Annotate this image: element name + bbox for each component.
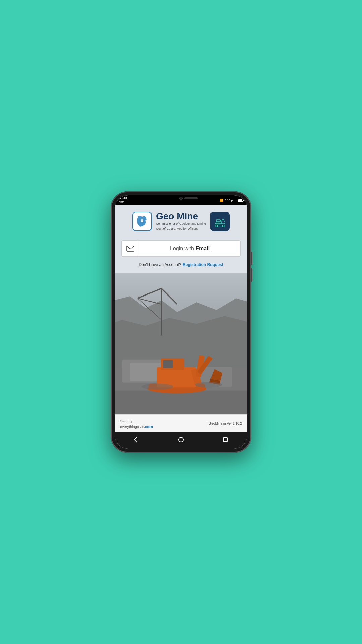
app-subtitle-line1: Commissioner of Geology and Mining [156,222,206,226]
email-icon [126,246,134,252]
everythingcivic-logo: Powered by everythingcivic.com [120,417,153,429]
app-title: Geo Mine [156,212,206,221]
navigation-bar [115,432,247,449]
carrier-info: Jio 4G airtel [119,197,127,204]
home-icon [178,437,184,442]
carrier-primary: Jio 4G [119,197,127,200]
recents-button[interactable] [220,435,230,445]
login-email-button[interactable]: Login with Email [121,240,241,257]
app-subtitle-line2: Govt.of Gujarat App for Officers [156,227,206,231]
mining-scene-svg [115,273,247,414]
version-text: GeoMine.in Ver 1.10.2 [208,422,242,425]
svg-line-5 [220,219,223,221]
svg-rect-2 [215,223,225,226]
powered-by-text: Powered by [120,420,132,422]
registration-request-link[interactable]: Registration Request [183,262,223,267]
home-button[interactable] [176,435,186,445]
brand-name: everythingcivic [120,425,144,429]
login-button-text: Login with Email [139,241,240,256]
login-button-strong: Email [195,246,210,251]
email-icon-box [122,241,139,256]
footer-bar: Powered by everythingcivic.com GeoMine.i… [115,414,247,432]
svg-line-6 [223,219,225,222]
phone-screen: Jio 4G airtel 📶 5:10 p.m. [115,195,247,449]
camera [179,197,183,200]
side-button-2 [251,268,252,282]
mining-scene-image [115,273,247,414]
app-title-block: Geo Mine Commissioner of Geology and Min… [156,212,206,231]
status-icons: 📶 5:10 p.m. [220,199,243,202]
registration-section: Don't have an Account? Registration Requ… [115,259,247,273]
gujarat-map-icon [135,215,149,228]
powered-by-section: Powered by everythingcivic.com [120,417,153,429]
side-button-1 [251,252,252,265]
back-button[interactable] [132,435,142,445]
back-icon [134,437,140,443]
svg-rect-32 [163,360,173,368]
svg-rect-24 [115,391,247,414]
carrier-secondary: airtel [119,200,127,204]
svg-point-37 [195,382,222,387]
recents-icon [223,437,228,442]
brand-text: everythingcivic.com [120,425,153,429]
svg-point-0 [141,219,143,222]
time-display: 5:10 p.m. [224,199,237,202]
svg-rect-4 [217,219,220,222]
register-prompt: Don't have an Account? [139,262,181,267]
signal-icon: 📶 [220,199,223,202]
header-area: Geo Mine Commissioner of Geology and Min… [115,205,247,236]
login-section: Login with Email [115,236,247,259]
svg-point-36 [142,384,173,390]
app-content: Geo Mine Commissioner of Geology and Min… [115,205,247,432]
brand-suffix: .com [144,425,153,429]
speaker [184,197,198,199]
excavator-logo [210,212,230,231]
phone-device: Jio 4G airtel 📶 5:10 p.m. [111,191,251,453]
battery-icon [238,199,243,202]
gujarat-logo [132,212,152,231]
excavator-icon [213,215,227,228]
